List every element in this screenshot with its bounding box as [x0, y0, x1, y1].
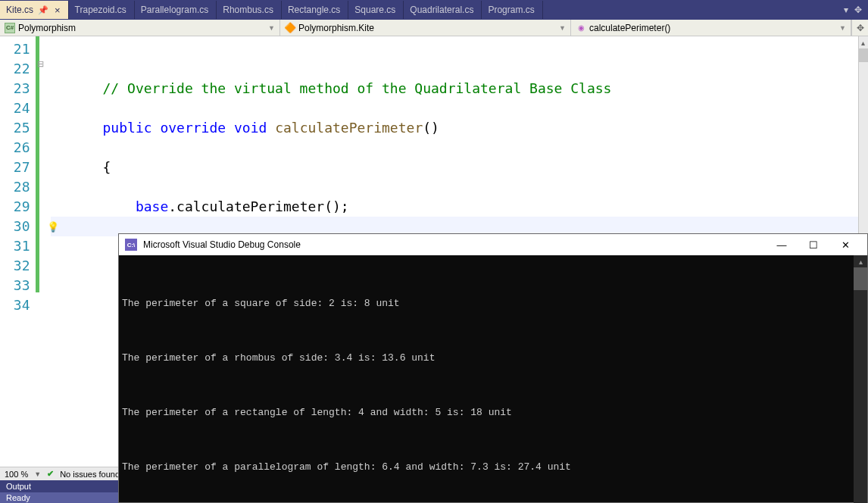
member-label: calculatePerimeter() [589, 23, 670, 33]
class-dropdown[interactable]: 🔶 Polymorphism.Kite ▼ [280, 20, 571, 36]
tab-parallelogram[interactable]: Parallelogram.cs [135, 1, 217, 19]
minimize-button[interactable]: — [766, 234, 798, 255]
chevron-down-icon: ▼ [839, 24, 846, 32]
chevron-down-icon[interactable]: ▼ [34, 470, 41, 478]
tab-program[interactable]: Program.cs [482, 1, 542, 19]
csharp-icon: C# [5, 23, 15, 33]
navigation-bar: C# Polymorphism ▼ 🔶 Polymorphism.Kite ▼ … [0, 20, 868, 36]
chevron-down-icon: ▼ [559, 24, 566, 32]
status-bar-ready: Ready [0, 492, 118, 503]
tab-trapezoid[interactable]: Trapezoid.cs [69, 1, 135, 19]
scroll-thumb[interactable] [854, 267, 867, 290]
split-view-button[interactable]: ✥ [851, 20, 868, 36]
member-dropdown[interactable]: ◉ calculatePerimeter() ▼ [571, 20, 851, 36]
close-icon[interactable]: × [55, 5, 61, 16]
scroll-up-icon[interactable]: ▴ [854, 255, 867, 267]
debug-console-window[interactable]: C:\ Microsoft Visual Studio Debug Consol… [118, 233, 868, 503]
editor-status-bar: 100 % ▼ ✔ No issues found [0, 467, 136, 480]
outline-column: ⊟ [36, 36, 50, 480]
class-label: Polymorphism.Kite [298, 23, 374, 33]
file-tab-bar: Kite.cs 📌 × Trapezoid.cs Parallelogram.c… [0, 0, 868, 20]
tab-kite[interactable]: Kite.cs 📌 × [0, 1, 69, 19]
namespace-dropdown[interactable]: C# Polymorphism ▼ [0, 20, 280, 36]
namespace-label: Polymorphism [18, 23, 76, 33]
tab-square[interactable]: Square.cs [348, 1, 404, 19]
pin-icon[interactable]: 📌 [38, 5, 48, 15]
output-panel-tab[interactable]: Output [0, 480, 118, 492]
method-icon: ◉ [576, 23, 586, 33]
tabs-overflow-icon[interactable]: ▾ [844, 5, 848, 15]
chevron-down-icon: ▼ [268, 24, 275, 32]
scroll-up-icon[interactable]: ▴ [859, 36, 868, 48]
tab-rhombus[interactable]: Rhombus.cs [217, 1, 282, 19]
tab-quadrilateral[interactable]: Quadrilateral.cs [404, 1, 482, 19]
tab-rectangle[interactable]: Rectangle.cs [282, 1, 348, 19]
console-title-text: Microsoft Visual Studio Debug Console [143, 239, 301, 250]
console-output[interactable]: The perimeter of a square of side: 2 is:… [119, 255, 854, 503]
issues-label[interactable]: No issues found [60, 470, 120, 479]
fold-toggle[interactable]: ⊟ [37, 59, 44, 69]
window-options-icon[interactable]: ✥ [854, 5, 862, 15]
tab-label: Kite.cs [6, 5, 33, 15]
console-app-icon: C:\ [125, 239, 137, 251]
class-icon: 🔶 [285, 23, 295, 33]
line-number-gutter: 21 22 23 24 25 26 27 28 29 30 31 32 33 3… [0, 36, 36, 480]
check-icon: ✔ [47, 469, 54, 479]
zoom-level[interactable]: 100 % [5, 470, 28, 479]
scroll-thumb[interactable] [859, 48, 868, 62]
quick-actions-icon[interactable]: 💡 [47, 221, 59, 233]
maximize-button[interactable]: ☐ [798, 234, 829, 255]
console-title-bar[interactable]: C:\ Microsoft Visual Studio Debug Consol… [119, 234, 867, 255]
close-button[interactable]: ✕ [829, 234, 861, 255]
console-scrollbar[interactable]: ▴ [854, 255, 867, 503]
